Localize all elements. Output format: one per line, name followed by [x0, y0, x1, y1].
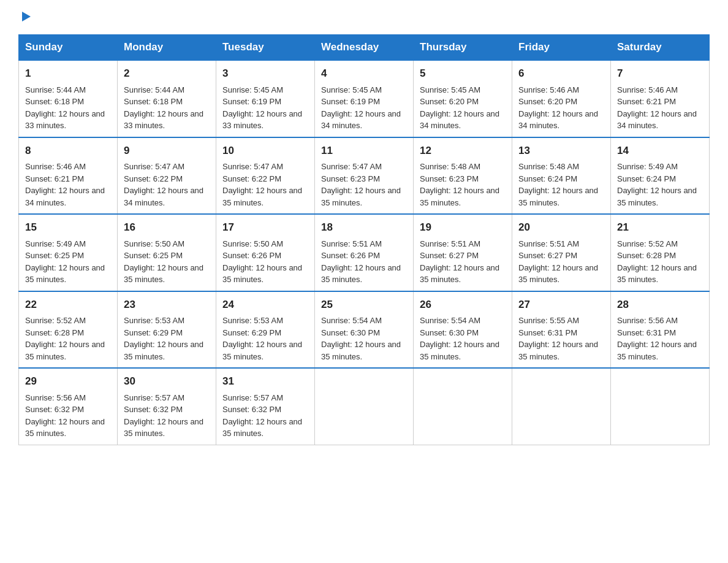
day-number: 21 — [617, 220, 703, 236]
calendar-col-header: Tuesday — [216, 35, 315, 61]
calendar-day-cell: 4 Sunrise: 5:45 AMSunset: 6:19 PMDayligh… — [315, 60, 414, 137]
day-number: 9 — [124, 143, 210, 159]
day-info: Sunrise: 5:48 AMSunset: 6:24 PMDaylight:… — [518, 161, 604, 209]
day-number: 18 — [321, 220, 407, 236]
calendar-col-header: Thursday — [414, 35, 512, 61]
calendar-col-header: Saturday — [611, 35, 710, 61]
day-info: Sunrise: 5:52 AMSunset: 6:28 PMDaylight:… — [617, 238, 703, 286]
day-info: Sunrise: 5:50 AMSunset: 6:25 PMDaylight:… — [124, 238, 210, 286]
calendar-day-cell: 30 Sunrise: 5:57 AMSunset: 6:32 PMDaylig… — [118, 368, 216, 445]
day-info: Sunrise: 5:45 AMSunset: 6:19 PMDaylight:… — [222, 84, 308, 132]
calendar-week-row: 15 Sunrise: 5:49 AMSunset: 6:25 PMDaylig… — [19, 214, 710, 291]
calendar-col-header: Monday — [118, 35, 216, 61]
day-info: Sunrise: 5:51 AMSunset: 6:27 PMDaylight:… — [420, 238, 506, 286]
day-number: 14 — [617, 143, 703, 159]
logo-arrow-icon — [20, 10, 33, 23]
calendar-col-header: Sunday — [19, 35, 118, 61]
calendar-day-cell: 19 Sunrise: 5:51 AMSunset: 6:27 PMDaylig… — [414, 214, 512, 291]
calendar-day-cell: 10 Sunrise: 5:47 AMSunset: 6:22 PMDaylig… — [216, 137, 315, 215]
day-info: Sunrise: 5:45 AMSunset: 6:20 PMDaylight:… — [420, 84, 506, 132]
day-info: Sunrise: 5:55 AMSunset: 6:31 PMDaylight:… — [518, 315, 604, 362]
day-info: Sunrise: 5:47 AMSunset: 6:22 PMDaylight:… — [124, 161, 210, 209]
day-number: 16 — [124, 220, 210, 236]
day-number: 31 — [222, 373, 308, 389]
day-number: 1 — [25, 66, 111, 82]
calendar-col-header: Wednesday — [315, 35, 414, 61]
day-info: Sunrise: 5:46 AMSunset: 6:21 PMDaylight:… — [25, 161, 111, 209]
day-info: Sunrise: 5:44 AMSunset: 6:18 PMDaylight:… — [25, 84, 111, 132]
calendar-day-cell: 31 Sunrise: 5:57 AMSunset: 6:32 PMDaylig… — [216, 368, 315, 445]
day-info: Sunrise: 5:52 AMSunset: 6:28 PMDaylight:… — [25, 315, 111, 362]
day-info: Sunrise: 5:47 AMSunset: 6:22 PMDaylight:… — [222, 161, 308, 209]
calendar-header-row: SundayMondayTuesdayWednesdayThursdayFrid… — [19, 35, 710, 61]
calendar-day-cell: 22 Sunrise: 5:52 AMSunset: 6:28 PMDaylig… — [19, 291, 118, 369]
calendar-day-cell: 2 Sunrise: 5:44 AMSunset: 6:18 PMDayligh… — [118, 60, 216, 137]
svg-marker-0 — [22, 12, 31, 21]
calendar-day-cell: 7 Sunrise: 5:46 AMSunset: 6:21 PMDayligh… — [611, 60, 710, 137]
day-info: Sunrise: 5:46 AMSunset: 6:20 PMDaylight:… — [518, 84, 604, 132]
day-number: 2 — [124, 66, 210, 82]
page-header — [18, 12, 710, 23]
calendar-day-cell: 9 Sunrise: 5:47 AMSunset: 6:22 PMDayligh… — [118, 137, 216, 215]
calendar-day-cell: 26 Sunrise: 5:54 AMSunset: 6:30 PMDaylig… — [414, 291, 512, 369]
calendar-week-row: 1 Sunrise: 5:44 AMSunset: 6:18 PMDayligh… — [19, 60, 710, 137]
day-number: 25 — [321, 297, 407, 313]
day-info: Sunrise: 5:54 AMSunset: 6:30 PMDaylight:… — [321, 315, 407, 362]
day-number: 17 — [222, 220, 308, 236]
day-info: Sunrise: 5:53 AMSunset: 6:29 PMDaylight:… — [222, 315, 308, 362]
day-number: 29 — [25, 373, 111, 389]
calendar-day-cell — [512, 368, 611, 445]
day-number: 27 — [518, 297, 604, 313]
day-number: 15 — [25, 220, 111, 236]
calendar-day-cell — [315, 368, 414, 445]
day-number: 12 — [420, 143, 506, 159]
day-number: 13 — [518, 143, 604, 159]
day-number: 5 — [420, 66, 506, 82]
day-number: 7 — [617, 66, 703, 82]
calendar-day-cell: 16 Sunrise: 5:50 AMSunset: 6:25 PMDaylig… — [118, 214, 216, 291]
calendar-day-cell: 27 Sunrise: 5:55 AMSunset: 6:31 PMDaylig… — [512, 291, 611, 369]
calendar-day-cell: 12 Sunrise: 5:48 AMSunset: 6:23 PMDaylig… — [414, 137, 512, 215]
calendar-day-cell: 24 Sunrise: 5:53 AMSunset: 6:29 PMDaylig… — [216, 291, 315, 369]
day-number: 11 — [321, 143, 407, 159]
day-info: Sunrise: 5:49 AMSunset: 6:25 PMDaylight:… — [25, 238, 111, 286]
calendar-day-cell: 1 Sunrise: 5:44 AMSunset: 6:18 PMDayligh… — [19, 60, 118, 137]
day-info: Sunrise: 5:57 AMSunset: 6:32 PMDaylight:… — [222, 392, 308, 440]
day-number: 26 — [420, 297, 506, 313]
calendar-day-cell: 8 Sunrise: 5:46 AMSunset: 6:21 PMDayligh… — [19, 137, 118, 215]
calendar-day-cell: 3 Sunrise: 5:45 AMSunset: 6:19 PMDayligh… — [216, 60, 315, 137]
day-info: Sunrise: 5:51 AMSunset: 6:27 PMDaylight:… — [518, 238, 604, 286]
calendar-day-cell: 6 Sunrise: 5:46 AMSunset: 6:20 PMDayligh… — [512, 60, 611, 137]
calendar-week-row: 8 Sunrise: 5:46 AMSunset: 6:21 PMDayligh… — [19, 137, 710, 215]
calendar-day-cell: 29 Sunrise: 5:56 AMSunset: 6:32 PMDaylig… — [19, 368, 118, 445]
day-info: Sunrise: 5:53 AMSunset: 6:29 PMDaylight:… — [124, 315, 210, 362]
day-number: 24 — [222, 297, 308, 313]
day-number: 28 — [617, 297, 703, 313]
day-info: Sunrise: 5:44 AMSunset: 6:18 PMDaylight:… — [124, 84, 210, 132]
day-number: 23 — [124, 297, 210, 313]
day-number: 19 — [420, 220, 506, 236]
calendar-day-cell — [611, 368, 710, 445]
day-info: Sunrise: 5:49 AMSunset: 6:24 PMDaylight:… — [617, 161, 703, 209]
calendar-day-cell: 28 Sunrise: 5:56 AMSunset: 6:31 PMDaylig… — [611, 291, 710, 369]
calendar-table: SundayMondayTuesdayWednesdayThursdayFrid… — [18, 34, 710, 445]
calendar-day-cell: 21 Sunrise: 5:52 AMSunset: 6:28 PMDaylig… — [611, 214, 710, 291]
day-info: Sunrise: 5:48 AMSunset: 6:23 PMDaylight:… — [420, 161, 506, 209]
day-info: Sunrise: 5:57 AMSunset: 6:32 PMDaylight:… — [124, 392, 210, 440]
day-number: 6 — [518, 66, 604, 82]
logo — [18, 12, 33, 23]
calendar-day-cell: 20 Sunrise: 5:51 AMSunset: 6:27 PMDaylig… — [512, 214, 611, 291]
calendar-day-cell: 15 Sunrise: 5:49 AMSunset: 6:25 PMDaylig… — [19, 214, 118, 291]
calendar-day-cell: 13 Sunrise: 5:48 AMSunset: 6:24 PMDaylig… — [512, 137, 611, 215]
day-info: Sunrise: 5:46 AMSunset: 6:21 PMDaylight:… — [617, 84, 703, 132]
calendar-day-cell — [414, 368, 512, 445]
day-number: 10 — [222, 143, 308, 159]
day-number: 3 — [222, 66, 308, 82]
day-info: Sunrise: 5:47 AMSunset: 6:23 PMDaylight:… — [321, 161, 407, 209]
calendar-day-cell: 17 Sunrise: 5:50 AMSunset: 6:26 PMDaylig… — [216, 214, 315, 291]
day-number: 4 — [321, 66, 407, 82]
day-info: Sunrise: 5:45 AMSunset: 6:19 PMDaylight:… — [321, 84, 407, 132]
calendar-day-cell: 5 Sunrise: 5:45 AMSunset: 6:20 PMDayligh… — [414, 60, 512, 137]
calendar-day-cell: 11 Sunrise: 5:47 AMSunset: 6:23 PMDaylig… — [315, 137, 414, 215]
day-info: Sunrise: 5:54 AMSunset: 6:30 PMDaylight:… — [420, 315, 506, 362]
